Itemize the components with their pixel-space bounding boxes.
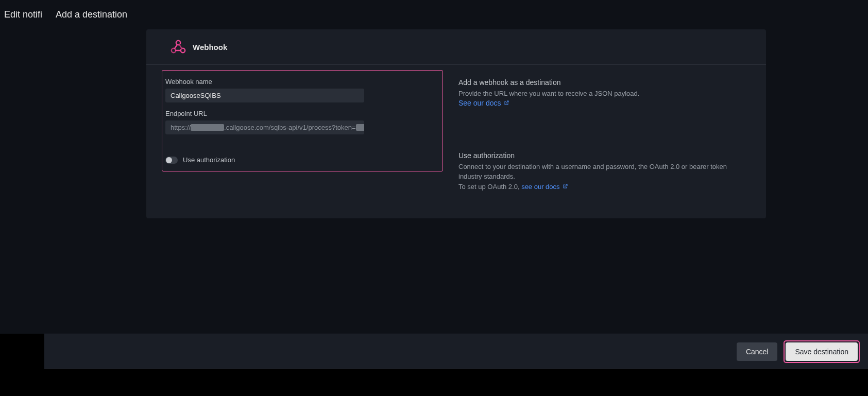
auth-help-block: Use authorization Connect to your destin… bbox=[458, 151, 745, 192]
use-authorization-toggle[interactable] bbox=[165, 157, 178, 164]
webhook-docs-link-text: See our docs bbox=[458, 99, 501, 107]
svg-point-0 bbox=[176, 41, 180, 45]
modal-footer: Cancel Save destination bbox=[44, 334, 868, 369]
url-redacted-subdomain: _________ bbox=[191, 124, 224, 131]
panel-header: Webhook bbox=[146, 29, 766, 65]
help-column: Add a webhook as a destination Provide t… bbox=[443, 65, 766, 218]
cancel-button[interactable]: Cancel bbox=[737, 342, 778, 361]
auth-help-title: Use authorization bbox=[458, 151, 745, 160]
url-redacted-token: ______ bbox=[356, 124, 364, 131]
webhook-name-group: Webhook name bbox=[165, 78, 432, 102]
modal-title: Add a destination bbox=[44, 0, 868, 29]
use-authorization-row: Use authorization bbox=[165, 156, 432, 164]
webhook-panel: Webhook Webhook name Endpoint URL https:… bbox=[146, 29, 766, 218]
webhook-help-title: Add a webhook as a destination bbox=[458, 78, 745, 87]
form-column: Webhook name Endpoint URL https:// _____… bbox=[146, 65, 443, 218]
background-strip-left bbox=[0, 334, 44, 396]
save-destination-button[interactable]: Save destination bbox=[786, 342, 858, 361]
url-mid: .callgoose.com/sqibs-api/v1/process?toke… bbox=[224, 124, 355, 131]
use-authorization-label: Use authorization bbox=[183, 156, 235, 164]
webhook-name-label: Webhook name bbox=[165, 78, 432, 85]
endpoint-url-input[interactable]: https:// _________ .callgoose.com/sqibs-… bbox=[165, 120, 364, 134]
url-prefix: https:// bbox=[171, 124, 191, 131]
webhook-help-text: Provide the URL where you want to receiv… bbox=[458, 89, 745, 99]
webhook-name-input[interactable] bbox=[165, 89, 364, 102]
auth-oauth-prefix: To set up OAuth 2.0, bbox=[458, 183, 521, 191]
webhook-icon bbox=[170, 39, 186, 55]
webhook-help-block: Add a webhook as a destination Provide t… bbox=[458, 78, 745, 107]
endpoint-url-group: Endpoint URL https:// _________ .callgoo… bbox=[165, 110, 432, 134]
auth-docs-link[interactable]: see our docs bbox=[521, 182, 568, 192]
panel-body: Webhook name Endpoint URL https:// _____… bbox=[146, 65, 766, 218]
add-destination-modal: Add a destination Webhook Webhook na bbox=[44, 0, 868, 396]
background-strip-bottom bbox=[44, 369, 868, 396]
endpoint-url-label: Endpoint URL bbox=[165, 110, 432, 117]
save-button-highlight: Save destination bbox=[784, 340, 860, 363]
auth-oauth-line: To set up OAuth 2.0, see our docs bbox=[458, 182, 745, 192]
form-highlight-box: Webhook name Endpoint URL https:// _____… bbox=[162, 70, 443, 171]
auth-help-text: Connect to your destination with a usern… bbox=[458, 162, 745, 182]
background-page-title: Edit notifi bbox=[4, 9, 42, 20]
webhook-docs-link[interactable]: See our docs bbox=[458, 99, 509, 107]
panel-title: Webhook bbox=[193, 43, 227, 51]
external-link-icon bbox=[562, 183, 568, 190]
external-link-icon bbox=[503, 100, 509, 106]
auth-docs-link-text: see our docs bbox=[521, 182, 559, 192]
